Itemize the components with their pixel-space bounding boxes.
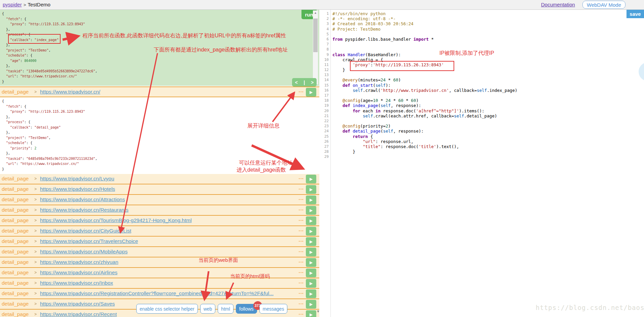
follow-task-row[interactable]: detail_page>https://www.tripadvisor.cn/T… (0, 237, 319, 247)
task-url-link[interactable]: https://www.tripadvisor.cn/TravelersChoi… (40, 238, 138, 244)
documentation-link[interactable]: Documentation (541, 2, 575, 7)
task-url-link[interactable]: https://www.tripadvisor.cn/Hotels (40, 186, 115, 192)
task-url-link[interactable]: https://www.tripadvisor.cn/Attractions (40, 197, 125, 203)
follow-task-row[interactable]: detail_page>https://www.tripadvisor.cn/R… (0, 289, 319, 299)
run-task-play-button[interactable]: ▶ (306, 185, 316, 194)
row-separator: > (34, 239, 37, 244)
follow-task-row[interactable]: detail_page>https://www.tripadvisor.cn/T… (0, 216, 319, 226)
breadcrumb-pyspider-link[interactable]: pyspider (3, 2, 22, 7)
expanded-json-line-11: }, (2, 151, 319, 156)
run-task-play-button[interactable]: ▶ (306, 300, 316, 309)
run-task-play-button[interactable]: ▶ (306, 227, 316, 236)
task-url-link[interactable]: https://www.tripadvisor.cn/Recent (40, 311, 117, 317)
follow-task-row[interactable]: detail_page>https://www.tripadvisor.cn/R… (0, 205, 319, 216)
pager-next-icon[interactable]: > (311, 80, 314, 85)
expanded-json-line-3: "proxy": "http://119.115.26.123:8943" (2, 109, 319, 114)
task-detail-ellipsis-button[interactable]: ... (298, 268, 304, 274)
messages-button[interactable]: messages (259, 304, 288, 314)
follow-task-row[interactable]: detail_page>https://www.tripadvisor.cn/L… (0, 174, 319, 184)
web-button[interactable]: web (200, 304, 216, 314)
task-url-link[interactable]: https://www.tripadvisor.cn/zhiyuan (40, 259, 118, 265)
task-detail-ellipsis-button[interactable]: ... (298, 300, 304, 305)
run-task-play-button[interactable]: ▶ (306, 258, 316, 267)
webdav-mode-button[interactable]: WebDAV Mode (582, 1, 625, 9)
code-text[interactable]: #!/usr/bin/env python# -*- encoding: utf… (332, 10, 517, 159)
enable-css-selector-helper-button[interactable]: enable css selector helper (136, 304, 198, 314)
pager-prev-icon[interactable]: < (295, 80, 298, 85)
run-task-play-button[interactable]: ▶ (306, 237, 316, 246)
follows-button[interactable]: follows373 (236, 304, 257, 314)
task-url-link[interactable]: https://www.tripadvisor.cn/RegistrationC… (40, 290, 274, 296)
callback-label: detail_page (2, 290, 29, 296)
save-button[interactable]: save (627, 10, 644, 18)
task-detail-ellipsis-button[interactable]: ... (298, 87, 304, 93)
task-url-link[interactable]: https://www.tripadvisor.cn/Inbox (40, 280, 113, 286)
task-url-link[interactable]: https://www.tripadvisor.cn/TourismBlog-g… (40, 217, 192, 223)
task-detail-ellipsis-button[interactable]: ... (298, 206, 304, 211)
task-url-link[interactable]: https://www.tripadvisor.cn/MobileApps (40, 249, 128, 255)
follow-task-row[interactable]: detail_page>https://www.tripadvisor.cn/A… (0, 268, 319, 278)
scrollbar-thumb[interactable] (313, 19, 318, 52)
follows-list: detail_page>https://www.tripadvisor.cn/L… (0, 174, 319, 317)
run-task-play-button[interactable]: ▶ (306, 175, 316, 183)
task-detail-ellipsis-button[interactable]: ... (298, 216, 304, 222)
scroll-up-arrow-icon[interactable]: ▲ (313, 10, 318, 15)
run-task-play-button[interactable]: ▶ (306, 196, 316, 204)
run-task-play-button[interactable]: ▶ (306, 248, 316, 256)
task-url-link[interactable]: https://www.tripadvisor.cn/Saves (40, 301, 115, 307)
run-task-play-button[interactable]: ▶ (306, 206, 316, 215)
row-separator: > (34, 228, 37, 233)
task-detail-ellipsis-button[interactable]: ... (298, 195, 304, 201)
follow-task-row[interactable]: detail_page>https://www.tripadvisor.cn/C… (0, 226, 319, 237)
task-url-link[interactable]: https://www.tripadvisor.cn/Airlines (40, 270, 117, 276)
breadcrumb-separator: > (22, 2, 28, 7)
run-task-play-button[interactable]: ▶ (306, 310, 316, 317)
line-number: 15 (320, 83, 330, 88)
annotation-run-any-note-line2: 进入detail_page函数 (237, 167, 286, 174)
task-url-link[interactable]: https://www.tripadvisor.cn/CityGuideList (40, 228, 131, 234)
html-button[interactable]: html (218, 304, 233, 314)
run-task-play-button[interactable]: ▶ (306, 279, 316, 288)
scroll-down-arrow-icon[interactable]: ▼ (316, 309, 320, 313)
line-number: 26 (320, 139, 330, 144)
line-number: 6 (320, 37, 330, 42)
task-detail-ellipsis-button[interactable]: ... (298, 279, 304, 284)
follow-task-row[interactable]: detail_page>https://www.tripadvisor.cn/M… (0, 247, 319, 257)
task-detail-ellipsis-button[interactable]: ... (298, 247, 304, 253)
task-url-link[interactable]: https://www.tripadvisor.cn/Restaurants (40, 207, 129, 213)
task-pager[interactable]: < | > (292, 78, 317, 86)
task-json-scrollbar[interactable]: ▲ (313, 10, 318, 84)
task-detail-ellipsis-button[interactable]: ... (298, 237, 304, 243)
callback-label: detail_page (2, 270, 29, 276)
callback-label: detail_page (2, 249, 29, 255)
follow-task-row-expanded[interactable]: detail_page > https://www.tripadvisor.cn… (0, 86, 319, 97)
run-task-play-button[interactable]: ▶ (306, 289, 316, 298)
callback-label: detail_page (2, 197, 29, 203)
run-task-play-button[interactable]: ▶ (306, 216, 316, 225)
follow-task-row[interactable]: detail_page>https://www.tripadvisor.cn/z… (0, 257, 319, 268)
line-number: 5 (320, 32, 330, 37)
follow-task-row[interactable]: detail_page>https://www.tripadvisor.cn/A… (0, 195, 319, 205)
task-url-link[interactable]: https://www.tripadvisor.cn/ (40, 89, 100, 95)
row-separator: > (34, 90, 37, 94)
task-detail-ellipsis-button[interactable]: ... (298, 289, 304, 295)
run-task-play-button[interactable]: ▶ (306, 88, 316, 97)
task-detail-ellipsis-button[interactable]: ... (298, 258, 304, 263)
row-separator: > (34, 218, 37, 223)
task-detail-ellipsis-button[interactable]: ... (298, 226, 304, 232)
line-number: 2 (320, 16, 330, 21)
line-number: 9 (320, 52, 330, 57)
task-detail-ellipsis-button[interactable]: ... (298, 310, 304, 316)
follow-task-row[interactable]: detail_page>https://www.tripadvisor.cn/I… (0, 278, 319, 289)
row-separator: > (34, 260, 37, 265)
task-detail-ellipsis-button[interactable]: ... (298, 174, 304, 180)
line-number: 13 (320, 72, 330, 77)
task-url-link[interactable]: https://www.tripadvisor.cn/Lvyou (40, 176, 114, 182)
follow-task-row[interactable]: detail_page>https://www.tripadvisor.cn/H… (0, 184, 319, 195)
pyspider-debug-page: pyspider>TestDemo Documentation WebDAV M… (0, 0, 644, 317)
expanded-json-line-4: }, (2, 114, 319, 120)
code-line-20: for each in response.doc('a[href^="http"… (332, 108, 517, 113)
run-task-play-button[interactable]: ▶ (306, 269, 316, 277)
task-detail-ellipsis-button[interactable]: ... (298, 185, 304, 190)
code-line-15: def on_start(self): (332, 83, 517, 88)
